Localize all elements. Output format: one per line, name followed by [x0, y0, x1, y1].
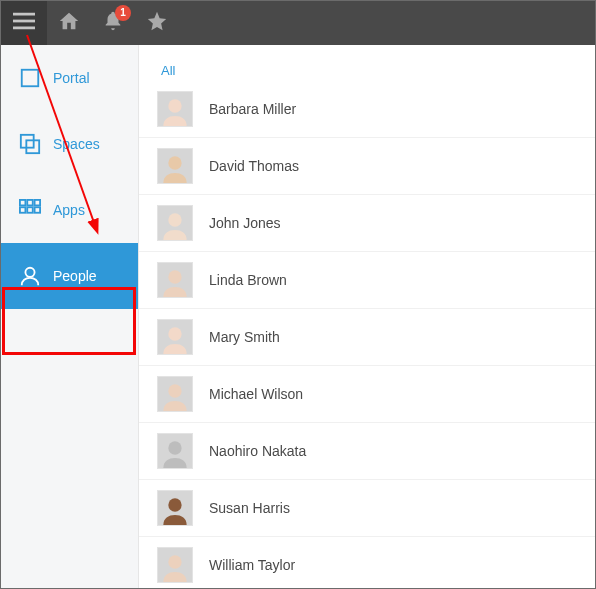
person-name: Susan Harris [209, 500, 290, 516]
person-row[interactable]: Barbara Miller [139, 81, 595, 138]
person-row[interactable]: Linda Brown [139, 252, 595, 309]
svg-point-21 [168, 555, 181, 568]
svg-rect-1 [13, 20, 35, 23]
star-icon [146, 10, 168, 36]
portal-icon [19, 67, 41, 89]
avatar [157, 148, 193, 184]
svg-point-12 [25, 268, 34, 277]
main-content: All Barbara MillerDavid ThomasJohn Jones… [139, 45, 595, 588]
avatar [157, 376, 193, 412]
avatar [157, 547, 193, 583]
spaces-icon [19, 133, 41, 155]
sidebar-item-label: People [53, 268, 97, 284]
topbar: 1 [1, 1, 595, 45]
svg-point-16 [168, 270, 181, 283]
svg-rect-9 [20, 207, 26, 213]
notification-badge: 1 [115, 5, 131, 21]
svg-rect-0 [13, 13, 35, 16]
filter-label: All [161, 63, 175, 78]
favorites-button[interactable] [135, 1, 179, 45]
svg-rect-2 [13, 27, 35, 30]
person-name: Naohiro Nakata [209, 443, 306, 459]
sidebar-item-people[interactable]: People [1, 243, 138, 309]
svg-rect-6 [20, 200, 26, 206]
svg-point-17 [168, 327, 181, 340]
svg-point-18 [168, 384, 181, 397]
person-name: Michael Wilson [209, 386, 303, 402]
people-list: Barbara MillerDavid ThomasJohn JonesLind… [139, 75, 595, 588]
sidebar: Portal Spaces [1, 45, 139, 588]
svg-point-15 [168, 213, 181, 226]
hamburger-icon [13, 12, 35, 34]
people-icon [19, 265, 41, 287]
hamburger-menu-button[interactable] [1, 1, 47, 45]
person-row[interactable]: Naohiro Nakata [139, 423, 595, 480]
svg-rect-11 [35, 207, 41, 213]
person-row[interactable]: Mary Smith [139, 309, 595, 366]
svg-point-13 [168, 99, 181, 112]
avatar [157, 433, 193, 469]
sidebar-item-label: Spaces [53, 136, 100, 152]
sidebar-item-apps[interactable]: Apps [1, 177, 138, 243]
avatar [157, 490, 193, 526]
person-row[interactable]: Michael Wilson [139, 366, 595, 423]
svg-point-14 [168, 156, 181, 169]
avatar [157, 319, 193, 355]
person-name: Mary Smith [209, 329, 280, 345]
person-name: William Taylor [209, 557, 295, 573]
person-row[interactable]: John Jones [139, 195, 595, 252]
svg-rect-3 [22, 70, 39, 87]
person-name: David Thomas [209, 158, 299, 174]
sidebar-item-portal[interactable]: Portal [1, 45, 138, 111]
person-row[interactable]: David Thomas [139, 138, 595, 195]
svg-point-20 [168, 498, 181, 511]
notifications-button[interactable]: 1 [91, 1, 135, 45]
svg-rect-7 [27, 200, 33, 206]
person-name: Barbara Miller [209, 101, 296, 117]
person-name: Linda Brown [209, 272, 287, 288]
apps-icon [19, 199, 41, 221]
sidebar-item-label: Portal [53, 70, 90, 86]
avatar [157, 205, 193, 241]
person-row[interactable]: Susan Harris [139, 480, 595, 537]
svg-rect-10 [27, 207, 33, 213]
svg-rect-8 [35, 200, 41, 206]
avatar [157, 262, 193, 298]
sidebar-item-spaces[interactable]: Spaces [1, 111, 138, 177]
home-icon [58, 10, 80, 36]
filter-all[interactable]: All [139, 45, 595, 75]
person-name: John Jones [209, 215, 281, 231]
sidebar-item-label: Apps [53, 202, 85, 218]
avatar [157, 91, 193, 127]
svg-point-19 [168, 441, 181, 454]
home-button[interactable] [47, 1, 91, 45]
person-row[interactable]: William Taylor [139, 537, 595, 588]
